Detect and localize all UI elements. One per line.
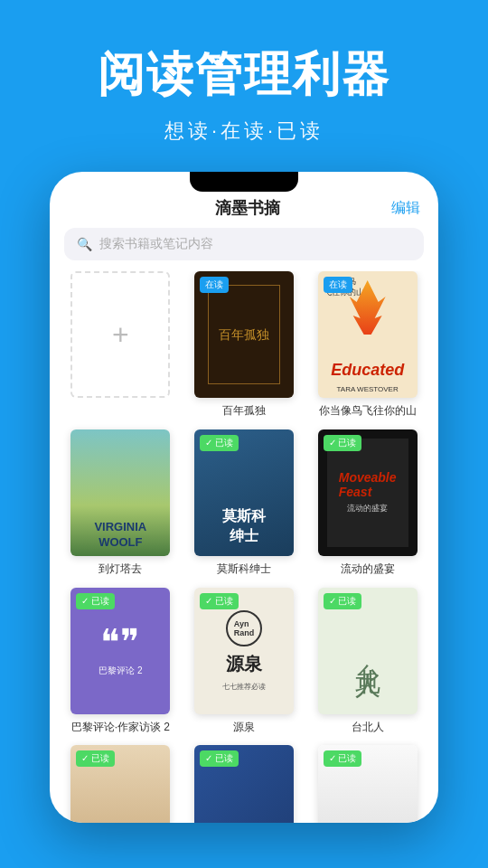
book-label-bainian: 百年孤独: [222, 403, 266, 419]
book-paris[interactable]: ❝❞ 巴黎评论 2 ✓ 已读 巴黎评论·作家访谈 2: [64, 588, 177, 735]
book-label-source: 源泉: [233, 720, 255, 735]
book-educated[interactable]: 你当像鸟飞往你的山 Educated TARA WESTOVER 在读 你当像鸟…: [311, 271, 424, 419]
add-book-button[interactable]: +: [70, 271, 170, 398]
status-badge-taipei: ✓ 已读: [324, 593, 362, 609]
book-cover-lighthouse: VIRGINIAWOOLF: [70, 429, 170, 556]
feast-inner: MoveableFeast 流动的盛宴: [327, 439, 408, 547]
app-title: 滴墨书摘: [104, 197, 391, 219]
source-subtitle: 七七推荐必读: [222, 682, 266, 692]
status-badge-bottom3: ✓ 已读: [324, 750, 362, 767]
book-taipei[interactable]: 台北人 ✓ 已读 台北人: [311, 588, 424, 735]
add-icon: +: [112, 318, 129, 352]
add-book-item[interactable]: +: [64, 271, 177, 419]
book-cover-wrapper-paris: ❝❞ 巴黎评论 2 ✓ 已读: [70, 588, 170, 714]
book-cover-wrapper-feast: MoveableFeast 流动的盛宴 ✓ 已读: [318, 429, 418, 556]
book-bottom1[interactable]: ✓ 已读: [64, 745, 177, 823]
status-badge-bottom2: ✓ 已读: [200, 750, 239, 767]
book-lighthouse[interactable]: VIRGINIAWOOLF 到灯塔去: [64, 429, 177, 577]
status-badge-feast: ✓ 已读: [324, 435, 362, 451]
lighthouse-text: VIRGINIAWOOLF: [94, 520, 146, 551]
book-grid: + 百年孤独 在读 百年孤独 你当像鸟飞往你的山 Ed: [50, 271, 438, 823]
search-icon: 🔍: [77, 237, 92, 251]
status-badge-bottom1: ✓ 已读: [76, 750, 115, 767]
book-cover-wrapper-lighthouse: VIRGINIAWOOLF: [70, 429, 170, 556]
status-badge-paris: ✓ 已读: [76, 593, 115, 609]
hero-subtitle: 想读·在读·已读: [164, 118, 324, 145]
source-title: 源泉: [226, 652, 262, 676]
search-placeholder: 搜索书籍或笔记内容: [99, 236, 213, 252]
source-circle: AynRand: [226, 610, 262, 646]
bainian-text: 百年孤独: [219, 325, 269, 344]
book-cover-wrapper-bottom2: ✓ 已读: [194, 745, 294, 823]
taipei-text: 台北人: [351, 643, 385, 659]
hero-section: 阅读管理利器 想读·在读·已读: [0, 0, 488, 172]
book-feast[interactable]: MoveableFeast 流动的盛宴 ✓ 已读 流动的盛宴: [311, 429, 424, 577]
book-bainian[interactable]: 百年孤独 在读 百年孤独: [188, 271, 301, 419]
book-cover-wrapper-bottom1: ✓ 已读: [70, 745, 170, 823]
book-cover-wrapper-taipei: 台北人 ✓ 已读: [318, 588, 418, 714]
status-badge-educated: 在读: [324, 277, 352, 293]
book-source[interactable]: AynRand 源泉 七七推荐必读 ✓ 已读 源泉: [188, 588, 301, 735]
edit-button[interactable]: 编辑: [391, 199, 420, 218]
paris-quote: ❝❞: [100, 625, 140, 661]
phone-notch: [190, 172, 298, 192]
search-bar[interactable]: 🔍 搜索书籍或笔记内容: [64, 228, 424, 260]
book-label-lighthouse: 到灯塔去: [99, 561, 142, 577]
paris-text: 巴黎评论 2: [99, 665, 142, 677]
book-label-feast: 流动的盛宴: [341, 561, 395, 577]
feast-text: MoveableFeast: [339, 470, 397, 499]
status-badge-moscow: ✓ 已读: [200, 435, 239, 451]
book-label-taipei: 台北人: [352, 720, 384, 735]
book-cover-wrapper-bainian: 百年孤独 在读: [194, 271, 294, 398]
book-cover-wrapper-educated: 你当像鸟飞往你的山 Educated TARA WESTOVER 在读: [318, 271, 418, 398]
book-label-moscow: 莫斯科绅士: [217, 561, 271, 577]
book-bottom2[interactable]: ✓ 已读: [188, 745, 301, 823]
status-badge-bainian: 在读: [200, 277, 229, 293]
status-badge-source: ✓ 已读: [200, 593, 239, 609]
book-bottom3[interactable]: ✓ 已读: [311, 745, 424, 823]
book-cover-wrapper-bottom3: ✓ 已读: [318, 745, 418, 823]
book-moscow[interactable]: 莫斯科绅士 ✓ 已读 莫斯科绅士: [188, 429, 301, 577]
educated-subtitle: TARA WESTOVER: [337, 385, 399, 393]
educated-text: Educated: [331, 361, 404, 380]
moscow-text: 莫斯科绅士: [222, 506, 266, 547]
phone-container: 滴墨书摘 编辑 🔍 搜索书籍或笔记内容 + 百年孤独 在读 百: [50, 172, 438, 823]
bainian-inner: 百年孤独: [208, 285, 280, 384]
book-cover-wrapper-moscow: 莫斯科绅士 ✓ 已读: [194, 429, 294, 556]
book-cover-wrapper-source: AynRand 源泉 七七推荐必读 ✓ 已读: [194, 588, 294, 714]
hero-title: 阅读管理利器: [98, 43, 390, 107]
book-label-paris: 巴黎评论·作家访谈 2: [71, 720, 170, 735]
feast-sub: 流动的盛宴: [347, 503, 388, 514]
book-label-educated: 你当像鸟飞往你的山: [319, 403, 417, 419]
